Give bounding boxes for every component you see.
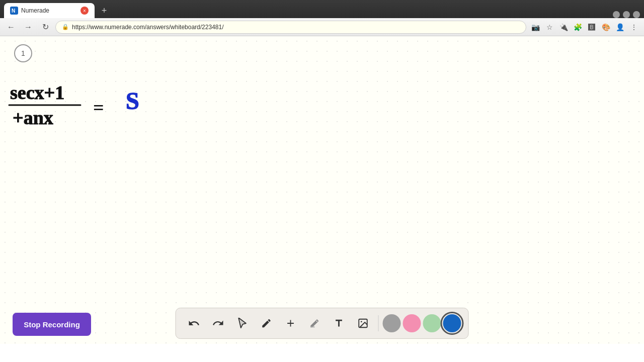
extension-4-icon[interactable]: 🎨	[600, 21, 612, 33]
color-gray-button[interactable]	[383, 314, 401, 332]
window-controls	[613, 11, 640, 18]
stop-recording-button[interactable]: Stop Recording	[13, 313, 91, 336]
extension-1-icon[interactable]: 🔌	[557, 21, 570, 33]
page-number: 1	[14, 44, 32, 62]
cursor-icon	[237, 318, 248, 329]
color-pink-button[interactable]	[403, 314, 421, 332]
undo-button[interactable]	[183, 312, 205, 334]
extension-2-icon[interactable]: 🧩	[572, 21, 584, 33]
eraser-button[interactable]	[304, 312, 326, 334]
image-button[interactable]	[352, 312, 374, 334]
url-text: https://www.numerade.com/answers/whitebo…	[72, 24, 224, 31]
svg-point-9	[361, 321, 362, 322]
svg-text:+anx: +anx	[13, 107, 53, 128]
select-tool-button[interactable]	[231, 312, 254, 334]
new-tab-button[interactable]: +	[97, 3, 112, 18]
numerade-favicon: N	[10, 7, 18, 15]
forward-button[interactable]: →	[21, 20, 35, 34]
whiteboard[interactable]: 1 secx+1 +anx = S Stop Recording	[0, 36, 644, 344]
tab-bar: N Numerade × +	[0, 0, 644, 18]
svg-rect-7	[310, 326, 314, 327]
svg-text:=: =	[93, 97, 104, 118]
tab-close-button[interactable]: ×	[80, 7, 89, 15]
menu-icon[interactable]: ⋮	[628, 21, 640, 33]
minimize-button[interactable]	[613, 11, 620, 18]
color-green-button[interactable]	[423, 314, 441, 332]
bottom-toolbar	[176, 308, 469, 339]
bookmark-icon[interactable]: ☆	[543, 21, 555, 33]
toolbar-divider	[378, 315, 379, 331]
eraser-icon	[309, 318, 320, 329]
browser-tab[interactable]: N Numerade ×	[4, 3, 95, 18]
maximize-button[interactable]	[623, 11, 630, 18]
svg-text:secx+1: secx+1	[10, 82, 64, 103]
add-button[interactable]	[280, 312, 302, 334]
extension-3-icon[interactable]: 🅱	[586, 21, 598, 33]
pen-icon	[261, 318, 272, 329]
text-icon	[334, 318, 345, 329]
address-bar[interactable]: 🔒 https://www.numerade.com/answers/white…	[55, 21, 526, 34]
redo-button[interactable]	[207, 312, 229, 334]
screenshot-icon[interactable]: 📷	[529, 21, 541, 33]
redo-icon	[212, 317, 224, 329]
svg-text:N: N	[12, 8, 15, 14]
close-button[interactable]	[633, 11, 640, 18]
browser-chrome: N Numerade × + ← → ↻ 🔒 https://www.numer…	[0, 0, 644, 36]
browser-nav: ← → ↻ 🔒 https://www.numerade.com/answers…	[0, 18, 644, 36]
svg-text:S: S	[126, 87, 139, 114]
text-tool-button[interactable]	[328, 312, 350, 334]
back-button[interactable]: ←	[4, 20, 18, 34]
refresh-button[interactable]: ↻	[38, 20, 52, 34]
profile-icon[interactable]: 👤	[614, 21, 626, 33]
plus-icon	[285, 318, 296, 329]
browser-nav-icons: 📷 ☆ 🔌 🧩 🅱 🎨 👤 ⋮	[529, 21, 640, 33]
image-icon	[358, 318, 369, 329]
undo-icon	[188, 317, 200, 329]
pen-tool-button[interactable]	[256, 312, 278, 334]
tab-title: Numerade	[21, 7, 77, 14]
math-handwriting: secx+1 +anx = S	[5, 69, 206, 169]
color-blue-button[interactable]	[443, 314, 461, 332]
